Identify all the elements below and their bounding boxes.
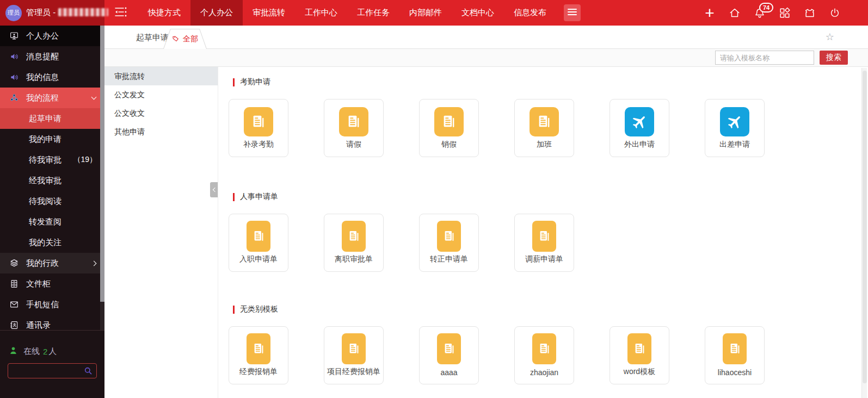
template-card[interactable]: zhaojian	[514, 326, 574, 384]
shirt-icon[interactable]	[804, 7, 816, 19]
template-card[interactable]: 入职申请单	[229, 214, 288, 272]
airplane-icon	[720, 107, 749, 136]
sidebar-item-label: 通讯录	[26, 320, 51, 331]
sidebar-item-14[interactable]: 通讯录	[0, 315, 104, 330]
category-item-0[interactable]: 审批流转	[104, 67, 218, 85]
sidebar-item-label: 待我审批	[29, 155, 61, 165]
user-block[interactable]: 理员 管理员 -	[0, 0, 104, 26]
template-label: 入职申请单	[239, 254, 278, 264]
document-icon	[532, 221, 556, 252]
section-accent-bar	[233, 193, 235, 201]
plus-icon[interactable]: +	[704, 7, 716, 19]
content-scrollbar[interactable]	[861, 68, 867, 398]
template-label: 项目经费报销单	[327, 367, 380, 377]
template-label: 补录考勤	[243, 140, 274, 150]
topbar-menu-item-0[interactable]: 快捷方式	[138, 0, 190, 26]
grid-icon[interactable]	[779, 7, 791, 19]
topbar-menu-item-6[interactable]: 文档中心	[452, 0, 504, 26]
sidebar-item-1[interactable]: 消息提醒	[0, 46, 104, 67]
sidebar-item-6[interactable]: 待我审批（19）	[0, 150, 104, 170]
topbar-menu-item-1[interactable]: 个人办公	[190, 0, 243, 26]
sidebar-item-13[interactable]: 手机短信	[0, 294, 104, 315]
template-card[interactable]: 项目经费报销单	[324, 326, 384, 384]
sidebar-item-10[interactable]: 我的关注	[0, 232, 104, 253]
sidebar-item-11[interactable]: 我的行政	[0, 253, 104, 273]
topbar: 理员 管理员 - 快捷方式个人办公审批流转工作中心工作任务内部邮件文档中心信息发…	[0, 0, 868, 26]
template-card[interactable]: lihaoceshi	[705, 326, 765, 384]
layers-icon	[9, 258, 19, 268]
template-label: 请假	[346, 140, 361, 150]
document-icon	[342, 333, 366, 364]
bell-icon[interactable]: 74	[754, 7, 766, 19]
sidebar-item-label: 我的行政	[26, 258, 59, 269]
topbar-menu-item-7[interactable]: 信息发布	[504, 0, 556, 26]
tab-bar: 起草申请 全部 ☆	[104, 26, 868, 49]
power-icon[interactable]	[829, 7, 841, 19]
template-label: lihaoceshi	[718, 368, 752, 377]
template-label: 经费报销单	[239, 367, 278, 377]
template-card[interactable]: 离职审批单	[324, 214, 384, 272]
document-icon	[342, 221, 366, 252]
sidebar-scrollbar[interactable]	[100, 26, 104, 330]
sidebar-item-3[interactable]: 我的流程	[0, 88, 104, 108]
sidebar-item-4[interactable]: 起草申请	[0, 108, 104, 129]
topbar-menu-item-2[interactable]: 审批流转	[243, 0, 295, 26]
template-card[interactable]: 补录考勤	[229, 99, 288, 157]
template-card[interactable]: 调薪申请单	[514, 214, 574, 272]
sidebar-item-2[interactable]: 我的信息	[0, 67, 104, 88]
document-icon	[627, 333, 651, 364]
template-card-row: 入职申请单离职审批单转正申请单调薪申请单	[229, 214, 868, 272]
tab-all-label: 全部	[183, 34, 198, 44]
tabbar-divider	[104, 48, 868, 49]
sidebar-item-9[interactable]: 转发查阅	[0, 212, 104, 232]
template-label: 出差申请	[719, 140, 750, 150]
tab-all[interactable]: 全部	[163, 29, 207, 49]
document-icon	[244, 107, 273, 136]
pending-count-badge: （19）	[73, 155, 97, 165]
breadcrumb: 起草申请	[136, 26, 169, 49]
online-count: 2	[43, 347, 47, 356]
document-icon	[530, 107, 559, 136]
sidebar-item-5[interactable]: 我的申请	[0, 129, 104, 150]
search-button[interactable]: 搜索	[820, 51, 848, 65]
home-icon[interactable]	[729, 7, 741, 19]
panel-collapse-handle[interactable]	[210, 182, 218, 197]
chevron-left-icon	[212, 188, 217, 192]
document-icon	[437, 333, 461, 364]
template-card[interactable]: 请假	[324, 99, 384, 157]
contacts-icon	[9, 320, 19, 330]
template-card[interactable]: aaaa	[419, 326, 479, 384]
template-card[interactable]: 转正申请单	[419, 214, 479, 272]
template-card-row: 补录考勤请假销假加班外出申请出差申请	[229, 99, 868, 157]
template-card[interactable]: 加班	[514, 99, 574, 157]
template-card[interactable]: 销假	[419, 99, 479, 157]
topbar-menu-item-4[interactable]: 工作任务	[347, 0, 399, 26]
menu-collapse-button[interactable]	[104, 0, 138, 26]
sidebar-item-label: 消息提醒	[26, 52, 59, 62]
sidebar-item-label: 手机短信	[26, 300, 59, 310]
person-icon	[9, 346, 23, 357]
sidebar-item-label: 转发查阅	[29, 217, 61, 227]
category-item-1[interactable]: 公文发文	[104, 85, 218, 104]
category-item-2[interactable]: 公文收文	[104, 104, 218, 122]
sidebar-item-7[interactable]: 经我审批	[0, 170, 104, 191]
sidebar-item-8[interactable]: 待我阅读	[0, 191, 104, 212]
template-card[interactable]: 出差申请	[705, 99, 765, 157]
topbar-menu-item-5[interactable]: 内部邮件	[399, 0, 452, 26]
content: 起草申请 全部 ☆ 搜索 审批流转公文发文公文收文其他申请 考勤申请补录考勤请假…	[104, 26, 868, 398]
template-card[interactable]: word模板	[610, 326, 669, 384]
sidebar-item-0[interactable]: 个人办公	[0, 26, 104, 46]
template-card[interactable]: 经费报销单	[229, 326, 288, 384]
template-search-input[interactable]	[715, 51, 814, 65]
online-status: 在线 2 人	[9, 346, 104, 357]
topbar-menu-item-3[interactable]: 工作中心	[295, 0, 347, 26]
category-item-3[interactable]: 其他申请	[104, 122, 218, 141]
document-icon	[437, 221, 461, 252]
more-menu-button[interactable]	[564, 4, 581, 21]
star-icon[interactable]: ☆	[826, 31, 834, 42]
document-icon	[434, 107, 464, 136]
sidebar-item-12[interactable]: 文件柜	[0, 273, 104, 294]
search-icon[interactable]	[84, 366, 93, 375]
sidebar-item-label: 经我审批	[29, 176, 61, 186]
template-card[interactable]: 外出申请	[610, 99, 669, 157]
